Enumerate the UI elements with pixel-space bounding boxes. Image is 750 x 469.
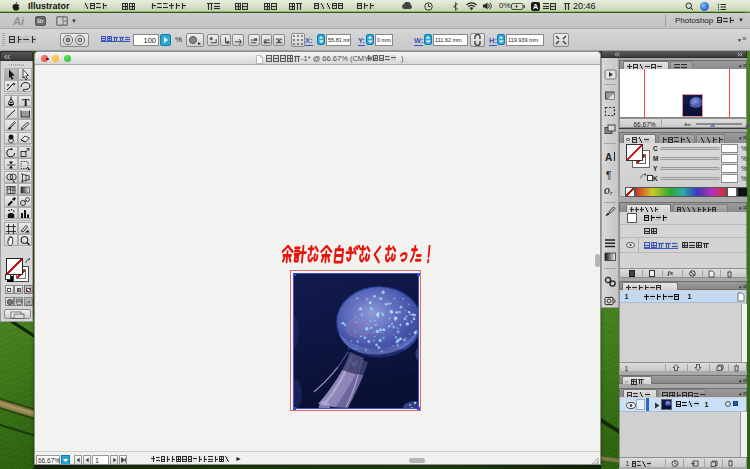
svg-text:A: A: [605, 152, 612, 163]
svg-text:r: r: [610, 189, 613, 196]
svg-text:T: T: [22, 96, 30, 107]
svg-text:¶: ¶: [606, 169, 611, 180]
